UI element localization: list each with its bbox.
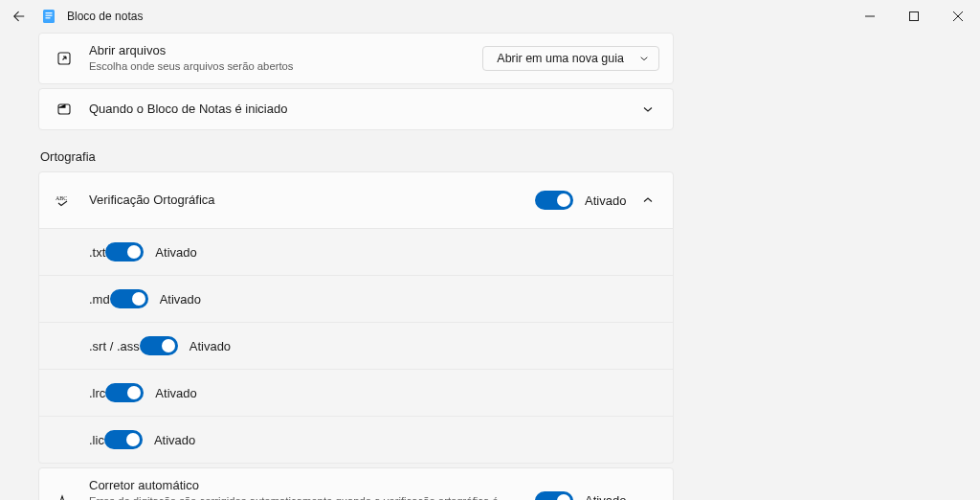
setting-title: Verificação Ortográfica	[89, 192, 535, 209]
autocorrect-toggle[interactable]	[535, 491, 573, 500]
filetype-label: .srt / .ass	[89, 339, 140, 353]
back-arrow-icon	[12, 10, 26, 23]
filetype-label: .txt	[89, 245, 105, 260]
spell-filetype-row: .lrc Ativado	[38, 370, 674, 417]
filetype-toggle[interactable]	[140, 336, 178, 355]
toggle-state-label: Ativado	[189, 339, 235, 353]
svg-rect-2	[46, 15, 53, 16]
toggle-state-label: Ativado	[585, 493, 631, 500]
spell-check-toggle[interactable]	[535, 191, 573, 210]
chevron-up-icon	[642, 194, 654, 206]
setting-subtitle: Erros de digitação são corrigidos automa…	[89, 494, 535, 500]
filetype-label: .lrc	[89, 386, 105, 400]
settings-content[interactable]: Abrir arquivos Escolha onde seus arquivo…	[0, 33, 980, 500]
toggle-state-label: Ativado	[585, 193, 631, 208]
spellcheck-icon: ABC	[53, 191, 76, 210]
svg-text:ABC: ABC	[56, 195, 67, 201]
maximize-icon	[909, 11, 919, 21]
toggle-state-label: Ativado	[155, 386, 201, 400]
filetype-label: .lic	[89, 433, 104, 447]
setting-title: Quando o Bloco de Notas é iniciado	[89, 101, 631, 118]
close-icon	[953, 11, 963, 21]
toggle-state-label: Ativado	[155, 245, 201, 260]
setting-spell-check[interactable]: ABC Verificação Ortográfica Ativado	[38, 171, 674, 229]
maximize-button[interactable]	[892, 0, 936, 33]
spell-filetype-row: .srt / .ass Ativado	[38, 323, 674, 370]
app-icon	[38, 6, 59, 27]
svg-rect-3	[46, 17, 51, 18]
setting-title: Abrir arquivos	[89, 42, 482, 59]
collapse-button[interactable]	[636, 189, 659, 212]
chevron-down-icon	[639, 54, 649, 63]
expand-button[interactable]	[636, 98, 659, 121]
filetype-label: .md	[89, 292, 110, 307]
setting-on-start[interactable]: Quando o Bloco de Notas é iniciado	[38, 88, 674, 130]
minimize-icon	[865, 11, 875, 21]
spell-filetype-row: .lic Ativado	[38, 417, 674, 464]
spell-filetype-row: .txt Ativado	[38, 229, 674, 276]
filetype-toggle[interactable]	[104, 430, 143, 449]
window-icon	[53, 100, 76, 119]
window-controls	[848, 0, 980, 33]
open-external-icon	[53, 49, 76, 68]
setting-autocorrect[interactable]: Corretor automático Erros de digitação s…	[38, 467, 674, 500]
back-button[interactable]	[6, 3, 33, 30]
titlebar: Bloco de notas	[0, 0, 980, 33]
open-files-dropdown[interactable]: Abrir em uma nova guia	[482, 46, 659, 71]
toggle-state-label: Ativado	[154, 433, 200, 447]
autocorrect-icon	[53, 491, 76, 500]
close-button[interactable]	[936, 0, 980, 33]
setting-title: Corretor automático	[89, 477, 535, 494]
filetype-toggle[interactable]	[105, 242, 144, 261]
svg-rect-0	[43, 10, 55, 23]
spell-filetype-row: .md Ativado	[38, 276, 674, 323]
filetype-toggle[interactable]	[105, 383, 144, 402]
toggle-state-label: Ativado	[160, 292, 206, 307]
chevron-down-icon	[642, 103, 654, 115]
filetype-toggle[interactable]	[110, 289, 148, 308]
dropdown-value: Abrir em uma nova guia	[497, 52, 624, 65]
app-title: Bloco de notas	[67, 10, 143, 23]
minimize-button[interactable]	[848, 0, 892, 33]
setting-open-files[interactable]: Abrir arquivos Escolha onde seus arquivo…	[38, 33, 674, 84]
setting-subtitle: Escolha onde seus arquivos serão abertos	[89, 59, 482, 75]
section-spelling-heading: Ortografia	[40, 149, 674, 164]
svg-rect-1	[46, 12, 53, 13]
svg-rect-4	[910, 12, 919, 21]
